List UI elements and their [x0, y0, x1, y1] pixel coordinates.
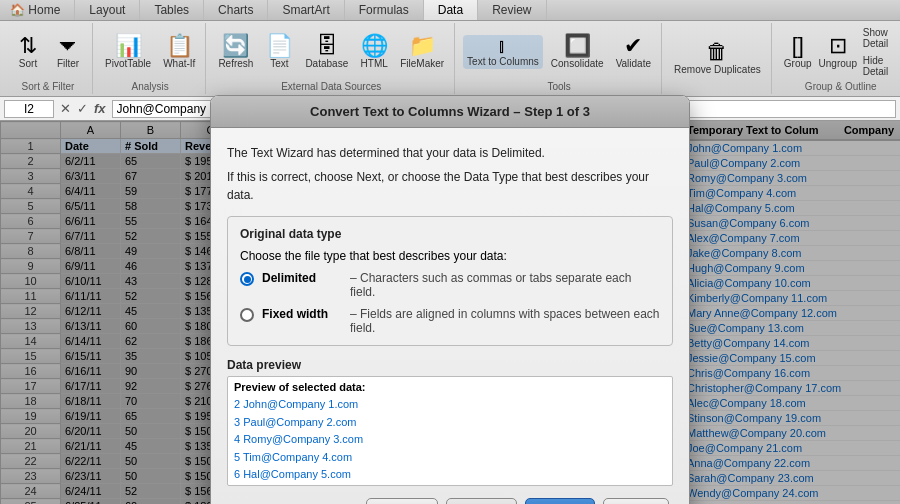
refresh-button[interactable]: 🔄 Refresh: [214, 33, 257, 71]
text-to-columns-icon: ⫿: [498, 37, 507, 55]
sort-label: Sort: [19, 58, 37, 69]
radio-fixed-label: Fixed width: [262, 307, 342, 321]
next-button[interactable]: Next >: [525, 498, 595, 504]
pivottable-button[interactable]: 📊 PivotTable: [101, 33, 155, 71]
text-to-columns-button[interactable]: ⫿ Text to Columns: [463, 35, 543, 69]
radio-delimited-btn[interactable]: [240, 272, 254, 286]
dialog-intro-line2: If this is correct, choose Next, or choo…: [227, 168, 673, 204]
database-button[interactable]: 🗄 Database: [301, 33, 352, 71]
filter-icon: ⏷: [57, 35, 79, 57]
remove-duplicates-button[interactable]: 🗑 Remove Duplicates: [670, 39, 765, 77]
tab-layout[interactable]: Layout: [75, 0, 140, 20]
tab-tables[interactable]: Tables: [140, 0, 204, 20]
tab-home[interactable]: 🏠 Home: [0, 0, 75, 20]
validate-icon: ✔: [624, 35, 642, 57]
filter-button[interactable]: ⏷ Filter: [50, 33, 86, 71]
remove-duplicates-label: Remove Duplicates: [674, 64, 761, 75]
hide-detail-label: Hide Detail: [863, 55, 899, 77]
validate-label: Validate: [616, 58, 651, 69]
dialog-title: Convert Text to Columns Wizard – Step 1 …: [211, 96, 689, 128]
database-icon: 🗄: [316, 35, 338, 57]
radio-delimited-desc: – Characters such as commas or tabs sepa…: [350, 271, 660, 299]
analysis-group-label: Analysis: [132, 81, 169, 92]
group-icon: []: [792, 35, 804, 57]
preview-item: 6 Hal@Company 5.com: [234, 466, 666, 484]
preview-title: Data preview: [227, 358, 673, 372]
whatif-icon: 📋: [166, 35, 193, 57]
database-label: Database: [305, 58, 348, 69]
group-group-outline: [] Group ⊡ Ungroup Show Detail Hide Deta…: [774, 23, 900, 94]
formula-icons: ✕ ✓ fx: [58, 101, 108, 116]
show-detail-label: Show Detail: [863, 27, 899, 49]
preview-item: 7 Susan@Company 6.com: [234, 484, 666, 486]
radio-fixed-desc: – Fields are aligned in columns with spa…: [350, 307, 660, 335]
pivottable-icon: 📊: [115, 35, 142, 57]
html-icon: 🌐: [361, 35, 388, 57]
group-outline-label: Group & Outline: [805, 81, 877, 92]
ungroup-label: Ungroup: [819, 58, 857, 69]
back-button[interactable]: < Back: [446, 498, 517, 504]
text-button[interactable]: 📄 Text: [261, 33, 297, 71]
preview-items-container: 2 John@Company 1.com3 Paul@Company 2.com…: [234, 396, 666, 486]
group-sort-filter: ⇅ Sort ⏷ Filter Sort & Filter: [4, 23, 93, 94]
consolidate-label: Consolidate: [551, 58, 604, 69]
ribbon-content: ⇅ Sort ⏷ Filter Sort & Filter 📊 PivotTab…: [0, 21, 900, 96]
cancel-button[interactable]: Cancel: [366, 498, 437, 504]
filemaker-icon: 📁: [409, 35, 436, 57]
consolidate-button[interactable]: 🔲 Consolidate: [547, 33, 608, 71]
filter-label: Filter: [57, 58, 79, 69]
external-group-label: External Data Sources: [281, 81, 381, 92]
text-icon: 📄: [266, 35, 293, 57]
dialog-body: The Text Wizard has determined that your…: [211, 128, 689, 504]
cancel-formula-icon[interactable]: ✕: [58, 101, 73, 116]
dialog-intro-line1: The Text Wizard has determined that your…: [227, 144, 673, 162]
radio-delimited-item[interactable]: Delimited – Characters such as commas or…: [240, 271, 660, 299]
group-analysis: 📊 PivotTable 📋 What-If Analysis: [95, 23, 206, 94]
tab-review[interactable]: Review: [478, 0, 546, 20]
group-tools: ⫿ Text to Columns 🔲 Consolidate ✔ Valida…: [457, 23, 662, 94]
tab-charts[interactable]: Charts: [204, 0, 268, 20]
radio-fixed-item[interactable]: Fixed width – Fields are aligned in colu…: [240, 307, 660, 335]
confirm-formula-icon[interactable]: ✓: [75, 101, 90, 116]
preview-item: 5 Tim@Company 4.com: [234, 449, 666, 467]
data-preview-section: Data preview Preview of selected data: 2…: [227, 358, 673, 486]
filemaker-label: FileMaker: [400, 58, 444, 69]
ribbon: 🏠 Home Layout Tables Charts SmartArt For…: [0, 0, 900, 97]
show-detail-button[interactable]: Show Detail: [860, 25, 900, 51]
ribbon-tabs: 🏠 Home Layout Tables Charts SmartArt For…: [0, 0, 900, 21]
remove-duplicates-icon: 🗑: [706, 41, 728, 63]
tab-formulas[interactable]: Formulas: [345, 0, 424, 20]
group-button[interactable]: [] Group: [780, 33, 816, 71]
whatif-button[interactable]: 📋 What-If: [159, 33, 199, 71]
preview-item: 4 Romy@Company 3.com: [234, 431, 666, 449]
text-to-columns-label: Text to Columns: [467, 56, 539, 67]
preview-item: 3 Paul@Company 2.com: [234, 414, 666, 432]
ungroup-icon: ⊡: [829, 35, 847, 57]
validate-button[interactable]: ✔ Validate: [612, 33, 655, 71]
refresh-icon: 🔄: [222, 35, 249, 57]
filemaker-button[interactable]: 📁 FileMaker: [396, 33, 448, 71]
text-label: Text: [270, 58, 288, 69]
main-area: A B C 1 Date # Sold Revenue 2 6/2/11 65 …: [0, 121, 900, 504]
html-label: HTML: [361, 58, 388, 69]
fx-icon[interactable]: fx: [92, 101, 108, 116]
section-title: Original data type: [240, 227, 660, 241]
sort-button[interactable]: ⇅ Sort: [10, 33, 46, 71]
radio-group: Delimited – Characters such as commas or…: [240, 271, 660, 335]
tab-smartart[interactable]: SmartArt: [268, 0, 344, 20]
finish-button[interactable]: Finish: [603, 498, 669, 504]
html-button[interactable]: 🌐 HTML: [356, 33, 392, 71]
tab-data[interactable]: Data: [424, 0, 478, 20]
preview-box-header: Preview of selected data:: [234, 381, 666, 393]
cell-reference[interactable]: [4, 100, 54, 118]
refresh-label: Refresh: [218, 58, 253, 69]
radio-fixed-btn[interactable]: [240, 308, 254, 322]
dialog-intro: The Text Wizard has determined that your…: [227, 144, 673, 204]
pivottable-label: PivotTable: [105, 58, 151, 69]
hide-detail-button[interactable]: Hide Detail: [860, 53, 900, 79]
tools-group-label: Tools: [547, 81, 570, 92]
dialog-footer: Cancel < Back Next > Finish: [227, 498, 673, 504]
ungroup-button[interactable]: ⊡ Ungroup: [820, 33, 856, 71]
group-external: 🔄 Refresh 📄 Text 🗄 Database 🌐 HTML 📁: [208, 23, 455, 94]
preview-item: 2 John@Company 1.com: [234, 396, 666, 414]
